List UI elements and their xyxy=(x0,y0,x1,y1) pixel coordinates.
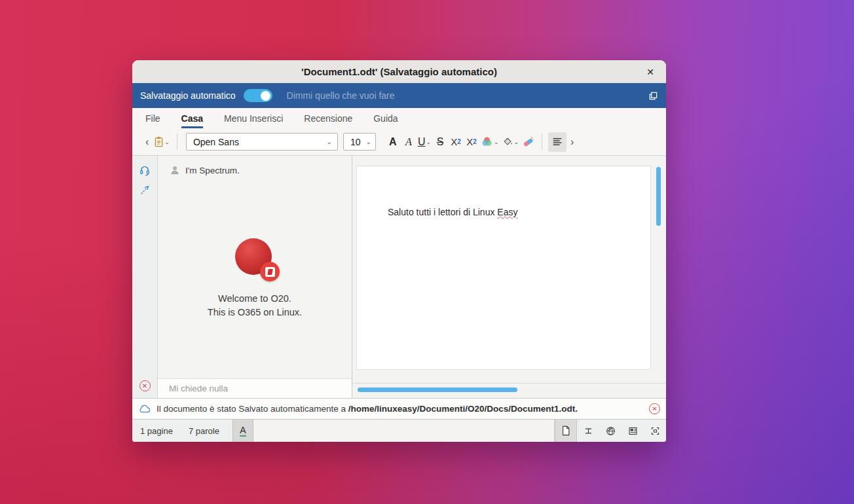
toolbar-scroll-left-icon[interactable]: ‹ xyxy=(141,136,153,148)
saved-file-path: /home/linuxeasy/Documenti/O20/Docs/Docum… xyxy=(348,404,578,414)
cloud-save-icon xyxy=(138,404,151,414)
tab-recensione[interactable]: Recensione xyxy=(304,113,352,128)
headset-icon[interactable] xyxy=(139,164,151,176)
chevron-down-icon[interactable]: ⌄ xyxy=(164,139,170,145)
status-message-field xyxy=(253,420,555,442)
page-icon xyxy=(561,425,570,436)
superscript-button[interactable]: X2 xyxy=(448,132,464,152)
ribbon-top-bar: Salvataggio automatico Dimmi quello che … xyxy=(132,83,666,108)
view-mode-buttons xyxy=(555,420,666,442)
web-view-button[interactable] xyxy=(599,420,622,442)
toolbar-separator xyxy=(542,134,542,150)
fullscreen-icon xyxy=(650,426,660,436)
eraser-icon xyxy=(522,135,534,148)
toggle-knob xyxy=(261,91,270,101)
send-arrow-icon[interactable] xyxy=(139,185,151,196)
office-logo-badge xyxy=(260,262,280,281)
document-page[interactable]: Saluto tutti i lettori di Linux Easy xyxy=(356,166,651,370)
document-area: Saluto tutti i lettori di Linux Easy xyxy=(352,156,666,398)
welcome-line-1: Welcome to O20. xyxy=(158,292,352,306)
office-logo xyxy=(235,238,274,278)
underline-button[interactable]: U ⌄ xyxy=(417,132,432,152)
horizontal-scrollbar[interactable] xyxy=(358,387,517,392)
document-text[interactable]: Saluto tutti i lettori di Linux Easy xyxy=(388,207,517,217)
person-icon xyxy=(170,165,180,175)
tab-casa[interactable]: Casa xyxy=(181,113,203,128)
chevron-down-icon[interactable]: ⌄ xyxy=(514,139,519,145)
copy-window-icon[interactable] xyxy=(648,91,658,101)
paint-bucket-icon xyxy=(502,136,513,148)
fullscreen-button[interactable] xyxy=(644,420,666,442)
assistant-input[interactable]: Mi chiede nulla xyxy=(158,378,352,398)
font-name-select[interactable]: Open Sans ⌄ xyxy=(186,133,338,151)
app-window: 'Document1.odt' (Salvataggio automatico)… xyxy=(132,60,666,442)
align-left-button[interactable] xyxy=(548,132,566,152)
globe-icon xyxy=(606,426,616,436)
font-size-value: 10 xyxy=(350,137,361,147)
align-left-icon xyxy=(551,136,563,148)
strikethrough-button[interactable]: S xyxy=(432,132,448,152)
tab-guida[interactable]: Guida xyxy=(373,113,398,128)
chevron-down-icon: ⌄ xyxy=(326,138,331,145)
menu-tab-bar: File Casa Menu Inserisci Recensione Guid… xyxy=(132,108,666,128)
font-size-select[interactable]: 10 ⌄ xyxy=(343,133,376,151)
misspelled-word[interactable]: Easy xyxy=(497,207,517,217)
chevron-down-icon[interactable]: ⌄ xyxy=(426,139,431,145)
welcome-line-2: This is O365 on Linux. xyxy=(158,306,352,319)
italic-button[interactable]: A xyxy=(401,132,417,152)
reading-layout-button[interactable] xyxy=(622,420,644,442)
chevron-down-icon[interactable]: ⌄ xyxy=(494,139,499,145)
color-wheel-icon xyxy=(481,135,493,148)
layout-icon xyxy=(628,426,638,436)
vertical-scrollbar[interactable] xyxy=(656,167,661,226)
clear-formatting-button[interactable] xyxy=(520,132,536,152)
notification-bar: Il documento è stato Salvato automaticam… xyxy=(132,398,666,419)
page-count[interactable]: 1 pagine xyxy=(132,426,181,436)
assistant-panel: I'm Spectrum. Welcome to O20. This is O3… xyxy=(157,156,352,398)
word-count[interactable]: 7 parole xyxy=(181,426,227,436)
toolbar-scroll-right-icon[interactable]: › xyxy=(566,136,578,148)
welcome-message: Welcome to O20. This is O365 on Linux. xyxy=(158,292,352,319)
status-bar: 1 pagine 7 parole A xyxy=(132,419,666,442)
subscript-button[interactable]: X2 xyxy=(464,132,479,152)
title-bar[interactable]: 'Document1.odt' (Salvataggio automatico)… xyxy=(132,60,666,83)
paste-button[interactable]: ⌄ xyxy=(153,132,171,152)
main-content: ✕ I'm Spectrum. Wel xyxy=(132,156,666,398)
clipboard-icon xyxy=(154,136,164,147)
tab-file[interactable]: File xyxy=(145,113,160,128)
page-break-view-button[interactable] xyxy=(577,420,599,442)
bold-button[interactable]: A xyxy=(385,132,401,152)
close-assistant-icon[interactable]: ✕ xyxy=(139,380,151,391)
font-name-value: Open Sans xyxy=(193,137,322,147)
formatting-toolbar: ‹ ⌄ Open Sans ⌄ 10 ⌄ A A U ⌄ S X xyxy=(132,128,666,156)
tab-menu-inserisci[interactable]: Menu Inserisci xyxy=(224,113,283,128)
autosave-label: Salvataggio automatico xyxy=(140,90,236,101)
autosave-toggle[interactable] xyxy=(244,89,272,102)
assistant-intro-text: I'm Spectrum. xyxy=(185,166,240,175)
toolbar-separator xyxy=(177,134,177,150)
spellcheck-button[interactable]: A xyxy=(232,420,253,442)
dismiss-notification-icon[interactable]: ✕ xyxy=(649,403,660,414)
page-break-icon xyxy=(584,426,593,436)
close-icon[interactable]: ✕ xyxy=(641,60,659,83)
autosave-message: Il documento è stato Salvato automaticam… xyxy=(157,404,649,414)
font-color-button[interactable]: ⌄ xyxy=(479,132,500,152)
desktop-wallpaper: 'Document1.odt' (Salvataggio automatico)… xyxy=(0,0,854,504)
tell-me-search-input[interactable]: Dimmi quello che vuoi fare xyxy=(287,90,648,101)
window-title: 'Document1.odt' (Salvataggio automatico) xyxy=(301,66,497,77)
assistant-header: I'm Spectrum. xyxy=(158,156,352,175)
chevron-down-icon: ⌄ xyxy=(365,138,371,145)
page-view-button[interactable] xyxy=(555,420,577,442)
assistant-rail: ✕ xyxy=(132,156,157,398)
highlight-color-button[interactable]: ⌄ xyxy=(500,132,521,152)
